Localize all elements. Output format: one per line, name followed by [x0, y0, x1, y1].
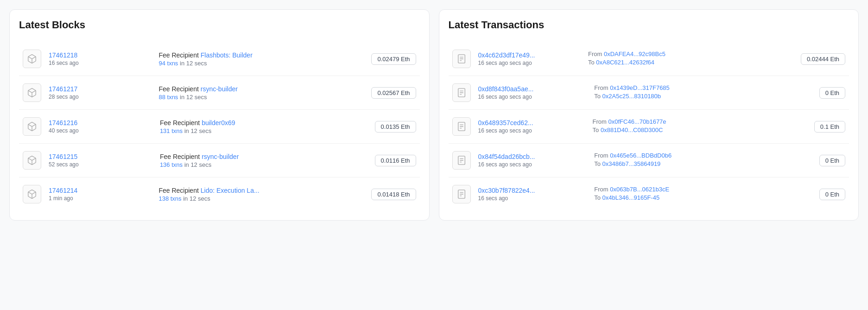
main-container: Latest Blocks 17461218 16 secs ago Fee R… [0, 0, 868, 230]
tx-item: 0xc30b7f87822e4... 16 secs ago From 0x06… [449, 177, 849, 211]
block-amount-badge: 0.02567 Eth [371, 87, 416, 99]
from-label: From [594, 186, 610, 193]
fee-recipient-link[interactable]: rsync-builder [202, 153, 239, 160]
block-number[interactable]: 17461214 [49, 187, 151, 194]
block-amount-badge: 0.0135 Eth [375, 121, 416, 133]
tx-item: 0x6489357ced62... 16 secs ago secs ago F… [449, 110, 849, 144]
to-label: To [594, 194, 602, 201]
tx-icon-box [452, 83, 471, 102]
tx-hash-link[interactable]: 0x6489357ced62... [478, 119, 585, 127]
tx-time: 16 secs ago secs ago [478, 127, 585, 134]
to-label: To [593, 127, 601, 133]
block-time: 52 secs ago [49, 161, 152, 168]
block-amount-badge: 0.0116 Eth [375, 155, 416, 166]
tx-from-line: From 0x465e56...BDBdD0b6 [594, 152, 811, 159]
fee-recipient-label: Fee Recipient [160, 119, 202, 127]
tx-time: 16 secs ago [478, 195, 587, 202]
block-icon-box [23, 117, 41, 136]
block-amount-badge: 0.01418 Eth [371, 189, 416, 200]
cube-icon [27, 88, 37, 98]
txns-suffix: in 12 secs [180, 60, 207, 67]
tx-to-link[interactable]: 0x4bL346...9165F-45 [602, 194, 660, 201]
block-info: 17461216 40 secs ago [49, 119, 152, 134]
tx-from-link[interactable]: 0x1439eD...317F7685 [610, 84, 670, 91]
block-number[interactable]: 17461217 [49, 85, 151, 93]
tx-from-link[interactable]: 0x063b7B...0621b3cE [610, 186, 669, 193]
tx-from-link[interactable]: 0x465e56...BDBdD0b6 [610, 152, 672, 159]
txns-suffix: in 12 secs [184, 127, 212, 134]
block-number[interactable]: 17461215 [49, 153, 152, 160]
txns-line: 131 txns in 12 secs [160, 127, 367, 134]
block-details: Fee Recipient builder0x69 131 txns in 12… [160, 119, 367, 134]
tx-amount-badge: 0 Eth [819, 155, 845, 166]
txns-count[interactable]: 88 txns [158, 94, 178, 101]
block-icon-box [23, 50, 41, 68]
transactions-list: 0x4c62d3df17e49... 16 secs ago secs ago … [449, 42, 849, 211]
tx-to-link[interactable]: 0xA8C621...42632f64 [596, 59, 654, 66]
block-time: 28 secs ago [49, 94, 151, 100]
tx-time: 16 secs ago secs ago [478, 60, 581, 66]
tx-amount-badge: 0 Eth [819, 87, 845, 99]
tx-from-link[interactable]: 0xDAFEA4...92c98Bc5 [604, 51, 665, 57]
to-label: To [594, 160, 602, 167]
block-icon-box [23, 151, 41, 170]
txns-suffix: in 12 secs [183, 195, 210, 202]
block-item: 17461218 16 secs ago Fee Recipient Flash… [19, 42, 420, 76]
fee-recipient-link[interactable]: builder0x69 [202, 119, 235, 127]
txns-line: 138 txns in 12 secs [158, 195, 364, 202]
document-icon [456, 155, 467, 165]
from-label: From [594, 84, 610, 91]
block-icon-box [23, 83, 41, 102]
tx-address-info: From 0x0fFC46...70b1677e To 0x881D40...C… [593, 118, 807, 135]
fee-recipient-link[interactable]: Flashbots: Builder [201, 51, 253, 59]
fee-recipient-label: Fee Recipient [158, 51, 200, 59]
fee-recipient-label: Fee Recipient [160, 153, 202, 160]
txns-suffix: in 12 secs [184, 161, 212, 168]
block-number[interactable]: 17461216 [49, 119, 152, 127]
cube-icon [27, 155, 37, 165]
tx-from-line: From 0x063b7B...0621b3cE [594, 186, 811, 193]
txns-suffix: in 12 secs [180, 94, 207, 101]
block-info: 17461214 1 min ago [49, 187, 151, 202]
fee-recipient-link[interactable]: Lido: Execution La... [201, 187, 260, 194]
txns-count[interactable]: 136 txns [160, 161, 183, 168]
cube-icon [27, 121, 37, 132]
tx-to-link[interactable]: 0x2A5c25...8310180b [602, 93, 661, 100]
fee-recipient-link[interactable]: rsync-builder [201, 85, 238, 93]
txns-count[interactable]: 94 txns [158, 60, 178, 67]
tx-hash-link[interactable]: 0xc30b7f87822e4... [478, 187, 587, 194]
block-number[interactable]: 17461218 [49, 51, 151, 59]
cube-icon [27, 54, 37, 64]
block-item: 17461216 40 secs ago Fee Recipient build… [19, 110, 420, 144]
tx-from-link[interactable]: 0x0fFC46...70b1677e [608, 118, 666, 125]
latest-transactions-panel: Latest Transactions 0x4c62d3df17e49... 1… [439, 9, 859, 221]
fee-line: Fee Recipient Flashbots: Builder [158, 51, 364, 59]
block-icon-box [23, 185, 41, 203]
tx-item: 0x4c62d3df17e49... 16 secs ago secs ago … [449, 42, 849, 76]
tx-amount-badge: 0 Eth [819, 189, 845, 200]
tx-address-info: From 0x1439eD...317F7685 To 0x2A5c25...8… [594, 84, 811, 101]
block-details: Fee Recipient Lido: Execution La... 138 … [158, 187, 364, 202]
tx-from-line: From 0x1439eD...317F7685 [594, 84, 811, 91]
block-details: Fee Recipient Flashbots: Builder 94 txns… [158, 51, 364, 67]
tx-icon-box [452, 117, 471, 136]
document-icon [456, 121, 467, 132]
tx-to-link[interactable]: 0x3486b7...35864919 [602, 160, 661, 167]
tx-hash-info: 0x6489357ced62... 16 secs ago secs ago [478, 119, 585, 134]
tx-hash-link[interactable]: 0xd8f843f0aa5ae... [478, 85, 587, 93]
from-label: From [594, 152, 610, 159]
block-time: 1 min ago [49, 195, 151, 202]
txns-count[interactable]: 131 txns [160, 127, 183, 134]
txns-count[interactable]: 138 txns [158, 195, 181, 202]
block-time: 40 secs ago [49, 127, 152, 134]
tx-to-link[interactable]: 0x881D40...C08D300C [601, 127, 663, 133]
block-item: 17461217 28 secs ago Fee Recipient rsync… [19, 76, 420, 110]
tx-from-line: From 0xDAFEA4...92c98Bc5 [588, 51, 793, 57]
tx-hash-link[interactable]: 0x84f54dad26bcb... [478, 153, 587, 160]
tx-hash-link[interactable]: 0x4c62d3df17e49... [478, 51, 581, 59]
txns-line: 94 txns in 12 secs [158, 60, 364, 67]
fee-line: Fee Recipient rsync-builder [158, 85, 364, 93]
tx-amount-badge: 0.1 Eth [814, 121, 845, 133]
tx-to-line: To 0xA8C621...42632f64 [588, 59, 793, 66]
fee-line: Fee Recipient builder0x69 [160, 119, 367, 127]
